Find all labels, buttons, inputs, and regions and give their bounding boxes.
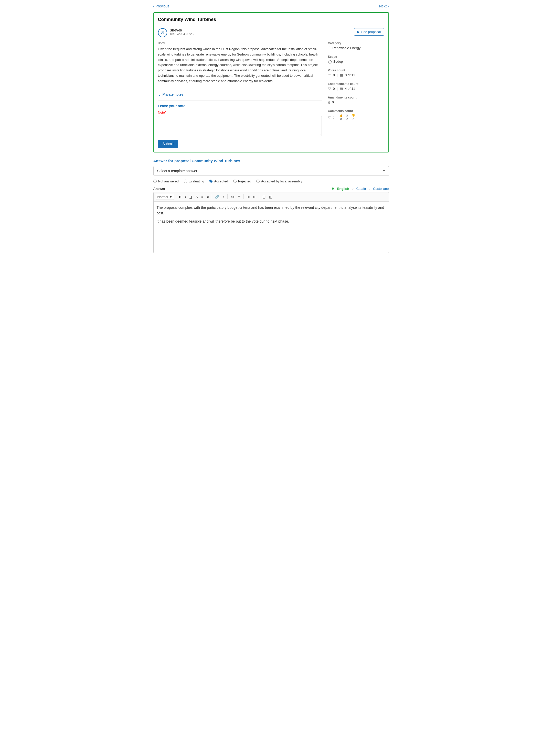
radio-group: Not answered Evaluating Accepted Rejecte… [153, 179, 389, 183]
comments-row: ♡ 0 | 👍 0 ⚖ 0 👎 0 [328, 114, 384, 121]
format-select[interactable]: Normal ▼ [156, 194, 174, 200]
votes-value: 0 [333, 73, 335, 77]
chevron-down-icon: ⌄ [158, 92, 161, 96]
avatar [158, 28, 167, 37]
chevron-left-icon: ‹ [153, 4, 155, 8]
language-options: English ○ Català ○ Castellano [332, 187, 389, 191]
underline-button[interactable]: U [188, 194, 193, 200]
previous-link[interactable]: ‹ Previous [153, 4, 169, 8]
ordered-list-button[interactable]: ≡ [200, 194, 205, 200]
author-row: Shevek 18/10/2024 09:23 ▶ See proposal [158, 28, 384, 37]
editor-content-line1: The proposal complies with the participa… [157, 205, 386, 216]
author-name: Shevek [170, 28, 193, 32]
proposal-title: Community Wind Turbines [158, 17, 384, 25]
content-main: Body Given the frequent and strong winds… [158, 41, 322, 148]
heart2-icon: ♡ [328, 87, 331, 91]
thumbs-up-group: 👍 0 [339, 114, 343, 121]
private-notes-toggle[interactable]: ⌄ Private notes [158, 92, 322, 96]
table-button[interactable]: ◫ [261, 194, 267, 200]
votes-divider: | [337, 73, 338, 77]
body-label: Body [158, 41, 322, 45]
sidebar-scope: Scope ◯ Sedep [328, 55, 384, 63]
radio-rejected[interactable]: Rejected [233, 179, 251, 183]
editor-content-line2: It has been deemed feasible and will the… [157, 218, 386, 224]
eye-icon: ▶ [357, 30, 360, 34]
endorsements-row: ♡ 0 | ▦ 4 of 11 [328, 87, 384, 91]
editor-toolbar: Normal ▼ B I U S ≡ ≠ 🔗 ♯ <> ““ ⇥ ⇤ ◫ ◫ [154, 192, 389, 202]
castellano-lang[interactable]: Castellano [373, 187, 389, 191]
editor-content[interactable]: The proposal complies with the participa… [154, 202, 389, 253]
bold-button[interactable]: B [177, 194, 183, 200]
note-textarea[interactable] [158, 116, 322, 136]
answer-editor-header: Answer English ○ Català ○ Castellano [153, 187, 389, 191]
votes-rank: 3 of 11 [345, 73, 355, 77]
thumbs-up-icon: 👍 [339, 114, 343, 117]
toolbar-divider-4 [243, 194, 244, 199]
dropdown-arrow: ▼ [169, 195, 172, 199]
endorsements-rank: 4 of 11 [345, 87, 355, 91]
indent-button[interactable]: ⇥ [245, 194, 251, 200]
note-field-label: Note* [158, 111, 322, 114]
quote-button[interactable]: ““ [236, 194, 242, 200]
radio-not-answered[interactable]: Not answered [153, 179, 179, 183]
scope-label: Scope [328, 55, 384, 59]
comment-icon: ♡ [328, 116, 331, 119]
endorsements-count-label: Endorsements count [328, 82, 384, 86]
submit-button[interactable]: Submit [158, 140, 178, 148]
english-lang[interactable]: English [337, 187, 349, 191]
image-button[interactable]: ◫ [267, 194, 274, 200]
neutral-group: ⚖ 0 [346, 114, 349, 121]
radio-accepted-local[interactable]: Accepted by local assembly [256, 179, 302, 183]
radio-evaluating[interactable]: Evaluating [184, 179, 204, 183]
answer-title: Answer for proposal Community Wind Turbi… [153, 159, 389, 163]
comments-icons: 👍 0 ⚖ 0 👎 0 [339, 114, 355, 121]
previous-label: Previous [155, 4, 169, 8]
code-button[interactable]: <> [229, 194, 236, 200]
sidebar-amendments: Amendments count ⎗ 0 [328, 96, 384, 104]
strikethrough-button[interactable]: S [194, 194, 199, 200]
unordered-list-button[interactable]: ≠ [205, 194, 210, 200]
sidebar: Category ♢ Renewable Energy Scope ◯ Sede… [328, 41, 384, 148]
main-card: Community Wind Turbines Shevek 18/10/202… [153, 12, 389, 152]
private-notes-section: ⌄ Private notes [158, 89, 322, 96]
english-dot [332, 188, 334, 190]
bar2-icon: ▦ [340, 87, 343, 91]
unlink-button[interactable]: ♯ [221, 194, 226, 200]
sidebar-votes: Votes count ♡ 0 | ▦ 3 of 11 [328, 69, 384, 77]
next-label: Next [379, 4, 387, 8]
body-text: Given the frequent and strong winds in t… [158, 47, 322, 84]
chevron-right-icon: › [388, 4, 389, 8]
author-date: 18/10/2024 09:23 [170, 32, 193, 36]
category-value: ♢ Renewable Energy [328, 46, 384, 50]
endorsements-value: 0 [333, 87, 335, 91]
outdent-button[interactable]: ⇤ [252, 194, 257, 200]
comments-count-label: Comments count [328, 109, 384, 113]
rich-text-editor: Normal ▼ B I U S ≡ ≠ 🔗 ♯ <> ““ ⇥ ⇤ ◫ ◫ T… [153, 192, 389, 253]
sidebar-endorsements: Endorsements count ♡ 0 | ▦ 4 of 11 [328, 82, 384, 91]
italic-button[interactable]: I [183, 194, 188, 200]
amendments-count-label: Amendments count [328, 96, 384, 99]
diamond-icon: ♢ [328, 46, 331, 50]
next-link[interactable]: Next › [379, 4, 389, 8]
thumbs-down-icon: 👎 [352, 114, 355, 117]
thumbs-down-group: 👎 0 [352, 114, 355, 121]
heart-icon: ♡ [328, 73, 331, 77]
category-label: Category [328, 41, 384, 45]
sidebar-category: Category ♢ Renewable Energy [328, 41, 384, 50]
template-select[interactable]: Select a template answer [153, 166, 389, 176]
leave-note-title: Leave your note [158, 104, 322, 108]
see-proposal-label: See proposal [361, 30, 381, 34]
svg-point-0 [162, 31, 163, 33]
votes-count-label: Votes count [328, 69, 384, 72]
see-proposal-button[interactable]: ▶ See proposal [354, 28, 384, 36]
radio-accepted[interactable]: Accepted [209, 179, 228, 183]
toolbar-divider-5 [259, 194, 259, 199]
sidebar-comments: Comments count ♡ 0 | 👍 0 ⚖ 0 [328, 109, 384, 121]
votes-row: ♡ 0 | ▦ 3 of 11 [328, 73, 384, 77]
lang-separator2: ○ [369, 187, 371, 191]
neutral-icon: ⚖ [346, 114, 349, 117]
circle-icon: ◯ [328, 60, 332, 63]
catala-lang[interactable]: Català [356, 187, 366, 191]
link-button[interactable]: 🔗 [213, 194, 221, 200]
leave-note-section: Leave your note Note* Submit [158, 101, 322, 148]
